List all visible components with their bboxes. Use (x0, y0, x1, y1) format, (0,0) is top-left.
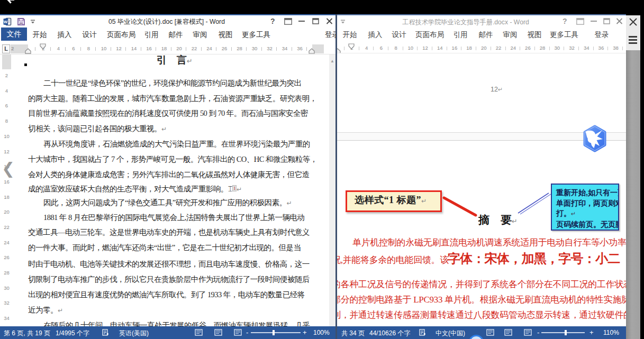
svg-text:W: W (4, 20, 8, 24)
